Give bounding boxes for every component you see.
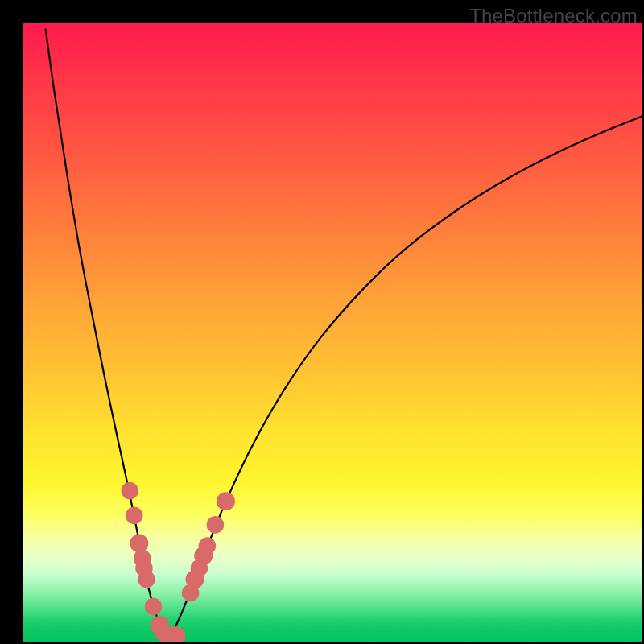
marker-dot bbox=[122, 482, 139, 500]
curve-right-branch bbox=[167, 116, 642, 640]
marker-dot bbox=[199, 537, 217, 555]
marker-dot bbox=[130, 534, 148, 552]
curve-left-branch bbox=[46, 30, 167, 640]
marker-dot bbox=[217, 492, 235, 510]
marker-dot bbox=[145, 598, 163, 616]
marker-dot bbox=[207, 516, 225, 534]
plot-area bbox=[23, 23, 642, 642]
marker-dot bbox=[138, 571, 155, 588]
marker-dot bbox=[126, 507, 143, 525]
curve-layer bbox=[23, 23, 642, 642]
chart-frame: TheBottleneck.com bbox=[0, 0, 644, 644]
watermark-text: TheBottleneck.com bbox=[469, 5, 638, 27]
